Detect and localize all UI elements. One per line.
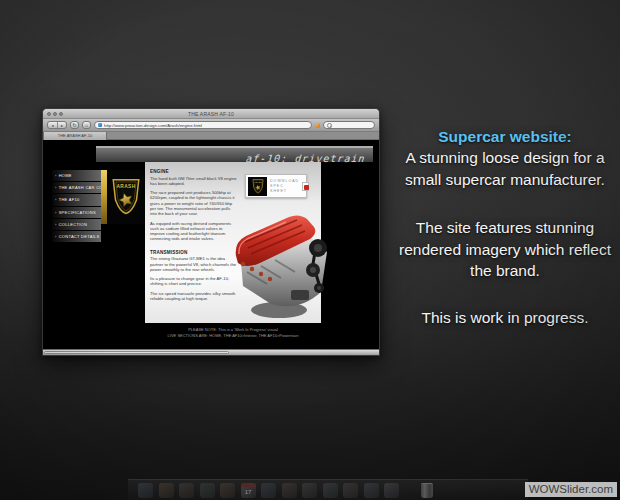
nav-label: THE ARASH CAR CO.	[59, 185, 101, 190]
forward-button[interactable]: ▸	[57, 122, 66, 128]
horizontal-scrollbar[interactable]	[43, 349, 379, 355]
transmission-paragraph: The six speed transaxle provides silky s…	[150, 291, 238, 302]
arash-shield-icon	[111, 176, 141, 218]
url-text: http://www.proaction-design.com/Arash/en…	[104, 123, 202, 128]
engine-image	[231, 202, 333, 322]
dock-app-icon[interactable]	[384, 483, 399, 498]
nav-bullet: ›	[55, 197, 57, 202]
nav-label: SPECIFICATIONS	[59, 210, 96, 215]
engine-heading: ENGINE	[150, 169, 238, 174]
nav-label: COLLECTION	[59, 222, 88, 227]
webpage-content: af-10: drivetrain › HOME › THE ARASH CAR…	[43, 140, 379, 350]
arash-shield-icon	[252, 178, 264, 195]
nav-bullet: ›	[55, 210, 57, 215]
nav-label: HOME	[59, 173, 72, 178]
rss-icon[interactable]	[315, 123, 320, 128]
history-buttons: ◂ ▸	[47, 121, 67, 129]
dock-app-icon[interactable]	[220, 483, 235, 498]
download-badge	[248, 177, 267, 196]
dock-app-icon[interactable]	[323, 483, 338, 498]
engine-paragraph: The race prepared unit produces 500bhp a…	[150, 190, 238, 216]
page-header: af-10: drivetrain	[96, 148, 373, 162]
dock-app-icon[interactable]	[200, 483, 215, 498]
browser-tab[interactable]: THE ARASH AF-10	[43, 132, 107, 140]
nav-item-collection[interactable]: › COLLECTION	[52, 219, 101, 231]
nav-bullet: ›	[55, 222, 57, 227]
nav-item-home[interactable]: › HOME	[52, 170, 101, 182]
transmission-paragraph: Its a pleasure to change gear in the AF-…	[150, 276, 238, 287]
minimize-window-icon[interactable]	[53, 112, 57, 116]
zoom-window-icon[interactable]	[59, 112, 63, 116]
dock: 17	[128, 479, 528, 500]
address-bar[interactable]: http://www.proaction-design.com/Arash/en…	[94, 121, 312, 129]
nav-label: THE AF10	[59, 197, 80, 202]
article-text: ENGINE The hand built GM 7litre small bl…	[150, 169, 238, 305]
nav-bullet: ›	[55, 173, 57, 178]
reload-button[interactable]: ↻	[70, 121, 79, 129]
dock-app-icon[interactable]	[282, 483, 297, 498]
dock-calendar-icon[interactable]: 17	[241, 483, 256, 498]
calendar-header	[241, 483, 256, 487]
dock-app-icon[interactable]	[159, 483, 174, 498]
search-input[interactable]	[323, 121, 375, 129]
back-button[interactable]: ◂	[48, 122, 57, 128]
trash-icon[interactable]	[421, 483, 433, 498]
window-controls	[47, 112, 63, 116]
engine-paragraph: The hand built GM 7litre small block V8 …	[150, 176, 238, 187]
download-label: DOWNLOAD SPEC SHEET	[270, 179, 299, 194]
caption-paragraph: The site features stunning rendered imag…	[390, 217, 620, 282]
home-button[interactable]: ⌂	[82, 121, 91, 129]
slide-caption: Supercar website: A stunning loose desig…	[390, 126, 620, 328]
content-panel: ENGINE The hand built GM 7litre small bl…	[145, 162, 321, 323]
transmission-paragraph: The strong Graziano GT-ME1 is the idea p…	[150, 256, 238, 272]
transmission-heading: TRANSMISSION	[150, 250, 238, 255]
search-icon	[327, 123, 331, 127]
dock-app-icon[interactable]	[179, 483, 194, 498]
window-title: THE ARASH AF-10	[43, 109, 379, 119]
nav-bullet: ›	[55, 234, 57, 239]
caption-paragraph: This is work in progress.	[390, 307, 620, 329]
dock-app-icon[interactable]	[302, 483, 317, 498]
browser-toolbar: ◂ ▸ ↻ ⌂ http://www.proaction-design.com/…	[43, 119, 379, 132]
nav-label: CONTACT DETAILS	[59, 234, 100, 239]
browser-window: THE ARASH AF-10 ◂ ▸ ↻ ⌂ http://www.proac…	[42, 108, 380, 356]
work-in-progress-note: PLEASE NOTE: This is a 'Work In Progress…	[145, 327, 321, 338]
dock-app-icon[interactable]	[364, 483, 379, 498]
window-titlebar[interactable]: THE ARASH AF-10	[43, 109, 379, 119]
engine-paragraph: As equiped with racing derived component…	[150, 221, 238, 242]
nav-item-arash-car-co[interactable]: › THE ARASH CAR CO.	[52, 182, 101, 194]
close-window-icon[interactable]	[47, 112, 51, 116]
download-spec-sheet-button[interactable]: DOWNLOAD SPEC SHEET	[245, 174, 307, 198]
site-favicon-icon	[98, 123, 102, 127]
calendar-day: 17	[241, 488, 256, 497]
arash-badge-logo	[107, 170, 145, 224]
site-navigation: › HOME › THE ARASH CAR CO. › THE AF10 › …	[52, 170, 101, 243]
nav-bullet: ›	[55, 185, 57, 190]
nav-item-the-af10[interactable]: › THE AF10	[52, 194, 101, 206]
dock-app-icon[interactable]	[138, 483, 153, 498]
caption-paragraph: A stunning loose design for a small supe…	[390, 147, 620, 190]
dock-app-icon[interactable]	[343, 483, 358, 498]
nav-item-contact-details[interactable]: › CONTACT DETAILS	[52, 231, 101, 243]
scrollbar-thumb[interactable]	[44, 351, 229, 354]
pdf-icon	[302, 182, 309, 191]
nav-item-specifications[interactable]: › SPECIFICATIONS	[52, 207, 101, 219]
dock-app-icon[interactable]	[261, 483, 276, 498]
caption-title: Supercar website:	[390, 126, 620, 147]
wowslider-watermark-link[interactable]: WOWSlider.com	[525, 482, 617, 497]
tab-bar: THE ARASH AF-10	[43, 132, 379, 140]
